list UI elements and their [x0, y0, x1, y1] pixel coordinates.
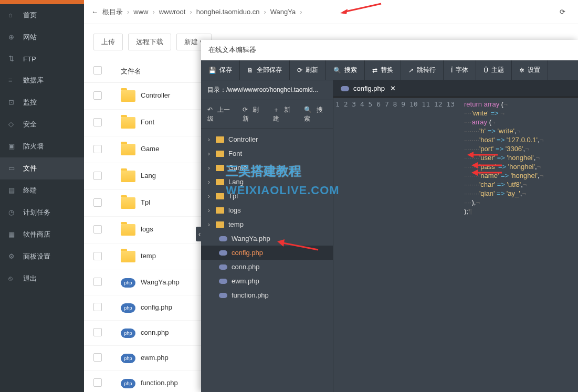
- tree-refresh-button[interactable]: ⟳ 刷新: [239, 104, 266, 124]
- db-icon: ≡: [8, 76, 17, 84]
- sidebar-item-cron[interactable]: ◷计划任务: [0, 202, 84, 224]
- sidebar-item-home[interactable]: ⌂首页: [0, 4, 84, 26]
- saveall-icon: 🗎: [247, 67, 254, 74]
- tree-item[interactable]: ›logs: [201, 203, 333, 217]
- php-icon: [219, 250, 227, 256]
- monitor-icon: ⊡: [8, 98, 17, 107]
- php-icon: php: [121, 329, 135, 338]
- tree-item-label: Game: [228, 164, 247, 172]
- shield-icon: ◇: [8, 120, 17, 129]
- sidebar-item-files[interactable]: ▭文件: [0, 157, 84, 179]
- save-button[interactable]: 💾保存: [201, 60, 240, 80]
- sidebar-item-store[interactable]: ▦软件商店: [0, 224, 84, 246]
- tree-item[interactable]: ›Game: [201, 161, 333, 175]
- row-checkbox[interactable]: [93, 353, 102, 362]
- sidebar-item-label: 终端: [23, 186, 37, 195]
- tree-item[interactable]: function.php: [201, 288, 333, 302]
- php-icon: php: [121, 354, 135, 363]
- folder-icon: [121, 171, 135, 182]
- sidebar-item-security[interactable]: ◇安全: [0, 113, 84, 135]
- theme-icon: Ü: [484, 67, 488, 74]
- select-all-checkbox[interactable]: [93, 66, 102, 75]
- sidebar-item-settings[interactable]: ⚙面板设置: [0, 246, 84, 268]
- sidebar-item-database[interactable]: ≡数据库: [0, 69, 84, 91]
- folder-icon: [121, 90, 135, 102]
- row-checkbox[interactable]: [93, 252, 102, 260]
- collapse-handle[interactable]: ‹: [196, 227, 203, 241]
- crumb-item[interactable]: honghei.taomiduo.cn: [196, 8, 260, 16]
- code-area[interactable]: 1 2 3 4 5 6 7 8 9 10 11 12 13 return arr…: [333, 97, 578, 392]
- refresh-button[interactable]: ⟳刷新: [290, 60, 326, 80]
- crumb-item[interactable]: www: [133, 8, 148, 16]
- editor-tab[interactable]: config.php ✕: [333, 80, 578, 97]
- save-all-button[interactable]: 🗎全部保存: [240, 60, 290, 80]
- tree-item[interactable]: ›Tpl: [201, 189, 333, 203]
- refresh-icon[interactable]: ⟳: [554, 6, 571, 18]
- row-checkbox[interactable]: [93, 278, 102, 286]
- tree-item-label: temp: [228, 220, 244, 228]
- sidebar-item-logout[interactable]: ⎋退出: [0, 268, 84, 290]
- tree-search-button[interactable]: 🔍 搜索: [301, 104, 330, 124]
- sidebar-item-label: 安全: [23, 120, 37, 129]
- sidebar-item-monitor[interactable]: ⊡监控: [0, 91, 84, 113]
- folder-icon: [216, 193, 224, 199]
- tree-item[interactable]: ›Lang: [201, 175, 333, 189]
- sidebar-item-site[interactable]: ⊕网站: [0, 26, 84, 48]
- folder-icon: [121, 224, 135, 236]
- folder-icon: [216, 179, 224, 185]
- tree-up-button[interactable]: ↶ 上一级: [204, 104, 236, 124]
- close-tab-icon[interactable]: ✕: [390, 84, 396, 92]
- chevron-icon: ›: [206, 150, 212, 157]
- terminal-icon: ▤: [8, 186, 17, 195]
- crumb-item[interactable]: WangYa: [270, 8, 296, 16]
- replace-button[interactable]: ⇄替换: [365, 60, 401, 80]
- row-checkbox[interactable]: [93, 198, 102, 207]
- settings-button[interactable]: ✲设置: [512, 60, 548, 80]
- php-icon: php: [121, 303, 135, 313]
- row-checkbox[interactable]: [93, 172, 102, 180]
- back-icon[interactable]: ←: [91, 8, 98, 16]
- php-icon: [219, 264, 227, 270]
- folder-icon: ▭: [8, 164, 17, 173]
- folder-icon: [216, 151, 224, 157]
- font-button[interactable]: Ϊ字体: [444, 60, 476, 80]
- tree-item[interactable]: ›temp: [201, 217, 333, 231]
- font-icon: Ϊ: [451, 67, 453, 74]
- tree-new-button[interactable]: ＋ 新建: [270, 104, 298, 124]
- wall-icon: ▣: [8, 142, 17, 151]
- row-checkbox[interactable]: [93, 91, 102, 100]
- row-checkbox[interactable]: [93, 303, 102, 311]
- crumb-root[interactable]: 根目录: [102, 7, 123, 17]
- sidebar-item-firewall[interactable]: ▣防火墙: [0, 135, 84, 157]
- tree-item-label: ewm.php: [232, 277, 259, 285]
- sidebar-item-terminal[interactable]: ▤终端: [0, 179, 84, 202]
- row-checkbox[interactable]: [93, 118, 102, 126]
- tree-item[interactable]: ›Font: [201, 146, 333, 161]
- tree-item[interactable]: config.php: [201, 246, 333, 260]
- theme-button[interactable]: Ü主题: [476, 60, 512, 80]
- row-checkbox[interactable]: [93, 225, 102, 234]
- tree-item-label: Lang: [228, 178, 244, 186]
- jump-button[interactable]: ↗跳转行: [401, 60, 444, 80]
- remote-download-button[interactable]: 远程下载: [128, 34, 171, 50]
- sidebar-item-ftp[interactable]: ⇅FTP: [0, 48, 84, 69]
- folder-icon: [121, 251, 135, 262]
- tree-item[interactable]: ›Controller: [201, 132, 333, 146]
- row-checkbox[interactable]: [93, 145, 102, 153]
- store-icon: ▦: [8, 230, 17, 239]
- tree-item[interactable]: WangYa.php: [201, 231, 333, 246]
- code-content[interactable]: return array (¬ ····'write' => ¬ ····arr…: [460, 98, 578, 392]
- upload-button[interactable]: 上传: [93, 34, 123, 50]
- tree-item[interactable]: ewm.php: [201, 274, 333, 288]
- row-checkbox[interactable]: [93, 328, 102, 336]
- replace-icon: ⇄: [372, 67, 377, 74]
- editor-path-label: 目录：/www/wwwroot/honghei.taomid...: [201, 80, 333, 100]
- logout-icon: ⎋: [8, 274, 17, 283]
- tree-item[interactable]: conn.php: [201, 260, 333, 274]
- search-button[interactable]: 🔍搜索: [326, 60, 365, 80]
- sidebar-item-label: 首页: [23, 10, 37, 20]
- sidebar-item-label: 监控: [23, 98, 37, 107]
- row-checkbox[interactable]: [93, 378, 102, 387]
- crumb-item[interactable]: wwwroot: [159, 8, 186, 16]
- folder-icon: [216, 221, 224, 228]
